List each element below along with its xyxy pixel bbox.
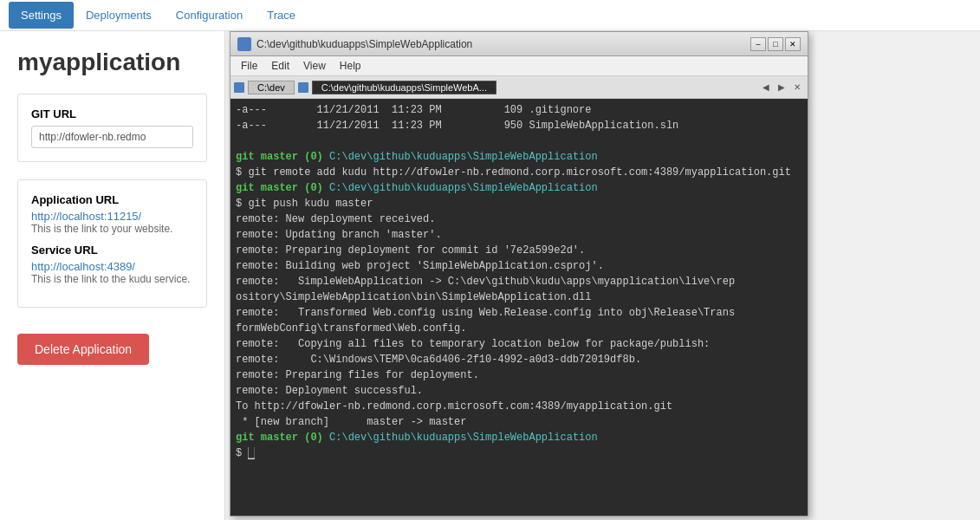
console-line: remote: Preparing deployment for commit …	[236, 243, 802, 258]
cmd-tab-2-label: C:\dev\github\kuduapps\SimpleWebA...	[321, 82, 487, 93]
tab-trace[interactable]: Trace	[255, 2, 308, 29]
cmd-tab-2[interactable]: C:\dev\github\kuduapps\SimpleWebA...	[312, 81, 496, 94]
cmd-window: File Edit View Help C:\dev C:\dev\github…	[230, 56, 808, 516]
maximize-button[interactable]: □	[768, 37, 783, 51]
cmd-tab-1-label: C:\dev	[257, 82, 285, 93]
terminal-window: C:\dev\github\kuduapps\SimpleWebApplicat…	[230, 31, 808, 517]
tab1-icon	[234, 82, 244, 93]
tab-prev-button[interactable]: ◀	[759, 81, 773, 94]
service-url-desc: This is the link to the kudu service.	[31, 273, 193, 285]
git-url-label: GIT URL	[31, 107, 193, 120]
console-output[interactable]: -a--- 11/21/2011 11:23 PM 109 .gitignore…	[230, 99, 808, 516]
console-line: -a--- 11/21/2011 11:23 PM 950 SimpleWebA…	[236, 118, 802, 133]
left-panel: myapplication GIT URL Application URL ht…	[0, 31, 225, 520]
console-line: ository\SimpleWebApplication\bin\SimpleW…	[236, 289, 802, 305]
minimize-button[interactable]: –	[750, 37, 766, 51]
console-line: git master (0) C:\dev\github\kuduapps\Si…	[236, 430, 802, 445]
console-line: remote: New deployment received.	[236, 211, 802, 227]
delete-application-button[interactable]: Delete Application	[17, 334, 149, 365]
tab-next-button[interactable]: ▶	[775, 81, 789, 94]
console-line: remote: C:\Windows\TEMP\0ca6d406-2f10-49…	[236, 352, 802, 367]
terminal-title-left: C:\dev\github\kuduapps\SimpleWebApplicat…	[237, 37, 472, 51]
cmd-tab-1[interactable]: C:\dev	[248, 81, 295, 94]
tab-deployments[interactable]: Deployments	[74, 2, 164, 29]
console-line: $ █	[236, 445, 802, 461]
tab-configuration[interactable]: Configuration	[164, 2, 255, 29]
tab2-icon	[298, 82, 308, 93]
tab-settings[interactable]: Settings	[9, 2, 74, 29]
menu-file[interactable]: File	[234, 58, 264, 74]
console-line: remote: Deployment successful.	[236, 383, 802, 399]
console-line: formWebConfig\transformed\Web.config.	[236, 321, 802, 336]
app-title: myapplication	[17, 49, 207, 76]
menu-view[interactable]: View	[296, 58, 333, 74]
menu-help[interactable]: Help	[333, 58, 368, 74]
console-line: git master (0) C:\dev\github\kuduapps\Si…	[236, 149, 802, 165]
cmd-tab-controls: ◀ ▶ ✕	[759, 81, 804, 94]
console-line: -a--- 11/21/2011 11:23 PM 109 .gitignore	[236, 102, 802, 118]
right-panel: C:\dev\github\kuduapps\SimpleWebApplicat…	[225, 31, 980, 520]
console-line: remote: Building web project 'SimpleWebA…	[236, 258, 802, 274]
application-url-label: Application URL	[31, 193, 193, 206]
menu-edit[interactable]: Edit	[264, 58, 296, 74]
main-layout: myapplication GIT URL Application URL ht…	[0, 31, 980, 520]
service-url-label: Service URL	[31, 244, 193, 257]
application-url-link[interactable]: http://localhost:11215/	[31, 210, 141, 223]
git-url-section: GIT URL	[17, 94, 207, 162]
console-line: To http://dfowler-nb.redmond.corp.micros…	[236, 399, 802, 414]
console-line: git master (0) C:\dev\github\kuduapps\Si…	[236, 180, 802, 196]
git-url-input[interactable]	[31, 126, 193, 148]
application-url-desc: This is the link to your website.	[31, 223, 193, 235]
console-line: remote: Updating branch 'master'.	[236, 227, 802, 243]
console-line: remote: Copying all files to temporary l…	[236, 336, 802, 352]
console-line: $ git remote add kudu http://dfowler-nb.…	[236, 165, 802, 180]
top-nav: Settings Deployments Configuration Trace	[0, 0, 980, 31]
console-line: remote: SimpleWebApplication -> C:\dev\g…	[236, 274, 802, 289]
console-line: $ git push kudu master	[236, 196, 802, 211]
close-button[interactable]: ✕	[785, 37, 801, 51]
console-line: remote: Transformed Web.config using Web…	[236, 305, 802, 321]
console-line: remote: Preparing files for deployment.	[236, 367, 802, 383]
console-line: * [new branch] master -> master	[236, 414, 802, 430]
console-line	[236, 133, 802, 149]
terminal-titlebar: C:\dev\github\kuduapps\SimpleWebApplicat…	[230, 32, 808, 56]
tab-close-button[interactable]: ✕	[790, 81, 804, 94]
cmd-tabs: C:\dev C:\dev\github\kuduapps\SimpleWebA…	[230, 76, 808, 99]
cmd-menubar: File Edit View Help	[230, 56, 808, 76]
info-section: Application URL http://localhost:11215/ …	[17, 179, 207, 308]
terminal-icon	[237, 37, 251, 51]
service-url-link[interactable]: http://localhost:4389/	[31, 260, 135, 273]
terminal-controls: – □ ✕	[750, 37, 801, 51]
terminal-title-text: C:\dev\github\kuduapps\SimpleWebApplicat…	[256, 38, 472, 50]
